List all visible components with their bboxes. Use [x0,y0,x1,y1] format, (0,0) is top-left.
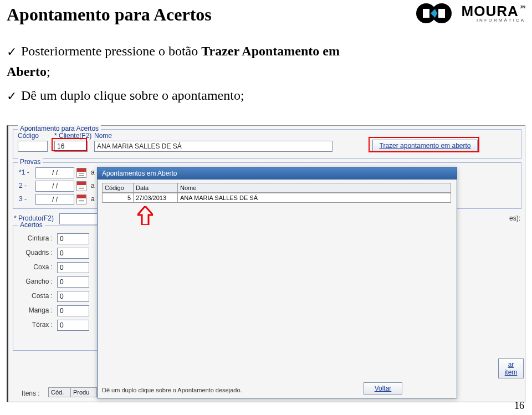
itens-label: Itens : [22,390,40,397]
instr-line1-a: Posteriormente pressione o botão [21,44,201,58]
nome-label: Nome [94,132,112,140]
prova-3-date[interactable]: / / [35,194,74,205]
m-costa-lbl: Costa : [19,292,53,300]
col-nome[interactable]: Nome [177,183,451,193]
instr-line3: Dê um duplo clique sobre o apontamento; [21,88,244,103]
m-coxa-val[interactable]: 0 [57,262,89,273]
prova-row-1-lbl: *1 - [19,168,29,176]
up-arrow-icon [137,206,153,225]
codigo-label: Código [18,132,39,140]
section-acertos-legend: Acertos [18,221,45,229]
svg-rect-2 [423,9,429,18]
dialog-hint: Dê um duplo clique sobre o Apontamento d… [102,387,242,393]
section-provas-legend: Provas [18,158,43,166]
m-manga-val[interactable]: 0 [57,305,89,316]
m-manga-lbl: Manga : [19,306,53,314]
dialog-apontamentos: Apontamentos em Aberto Código Data Nome … [97,167,457,398]
m-cintura-lbl: Cintura : [19,234,53,242]
m-quadris-val[interactable]: 0 [57,248,89,259]
col-codigo[interactable]: Código [102,183,133,193]
itens-col-produ: Produ [70,387,97,397]
nome-display: ANA MARIA SALLES DE SÁ [94,141,332,152]
app-window: Apontamento para Acertos Código * Client… [7,125,525,402]
calendar-icon[interactable] [76,181,86,191]
brand-tagline: INFORMÁTICA [462,18,525,23]
m-quadris-lbl: Quadris : [19,249,53,257]
cell-data: 27/03/2013 [133,193,177,203]
produto-input[interactable] [59,213,98,224]
prova-3-as: a [91,195,95,203]
es-hint: es): [509,214,520,222]
page-number: 16 [514,400,524,412]
btn-trazer-apontamento[interactable]: Trazer apontamento em aberto [372,140,478,152]
prova-row-2-lbl: 2 - [19,182,27,189]
prova-1-date[interactable]: / / [35,167,74,178]
m-coxa-lbl: Coxa : [19,263,53,271]
m-torax-val[interactable]: 0 [57,320,89,331]
prova-2-as: a [91,182,95,189]
section-apontamento-legend: Apontamento para Acertos [18,125,101,132]
page-title: Apontamento para Acertos [7,4,212,25]
calendar-icon[interactable] [76,194,86,204]
dialog-title: Apontamentos em Aberto [98,167,457,180]
section-apontamento: Apontamento para Acertos Código * Client… [13,129,521,159]
m-torax-lbl: Tórax : [19,321,53,329]
instructions-block: ✓Posteriormente pressione o botão Trazer… [7,41,525,106]
prova-row-3-lbl: 3 - [19,195,27,203]
prova-1-as: a [91,168,95,176]
btn-voltar[interactable]: Voltar [364,382,402,394]
col-data[interactable]: Data [133,183,177,193]
cell-codigo: 5 [102,193,133,203]
itens-col-cod: Cód. [48,387,70,397]
prova-2-date[interactable]: / / [35,181,74,192]
svg-marker-5 [137,206,153,225]
svg-rect-3 [438,9,445,18]
btn-item-partial[interactable]: ar item [498,358,524,378]
check-icon: ✓ [7,43,17,62]
m-gancho-val[interactable]: 0 [57,276,89,288]
brand-text: MOURA [462,4,519,18]
cliente-input[interactable]: 16 [54,141,88,152]
instr-line1-b: Trazer Apontamento em [201,44,340,58]
check-icon: ✓ [7,87,17,106]
codigo-input[interactable] [18,141,48,152]
instr-line2-a: Aberto [7,64,47,79]
instr-line2-b: ; [47,64,50,79]
m-gancho-lbl: Gancho : [19,278,53,285]
cliente-label: * Cliente(F2) [54,132,91,140]
m-cintura-val[interactable]: 0 [57,233,89,244]
m-costa-val[interactable]: 0 [57,291,89,302]
calendar-icon[interactable] [76,168,86,178]
table-row[interactable]: 5 27/03/2013 ANA MARIA SALLES DE SÁ [102,193,451,203]
brand-sub: JN [520,5,525,9]
logo-mark-icon [415,2,458,24]
cell-nome: ANA MARIA SALLES DE SÁ [177,193,451,203]
brand-logo: MOURA JN INFORMÁTICA [415,2,525,24]
